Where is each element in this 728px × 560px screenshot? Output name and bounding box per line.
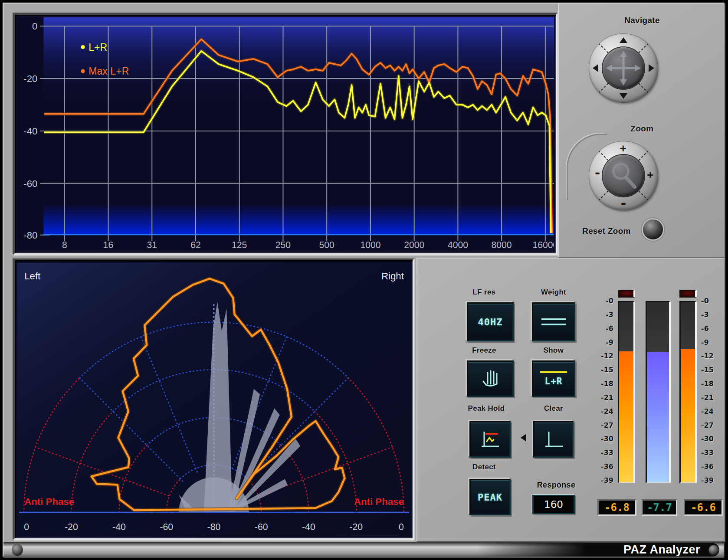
spectrum-top-glow xyxy=(43,17,554,109)
antiphase-right-label: Anti Phase xyxy=(354,496,404,507)
weight-button[interactable] xyxy=(532,302,575,341)
x-tick: 16000 xyxy=(532,240,554,250)
reset-zoom-button[interactable] xyxy=(643,219,663,239)
detect-button[interactable]: PEAK xyxy=(469,479,511,515)
meter-readout-value: -7.7 xyxy=(647,501,672,514)
navigate-right-arrow-icon[interactable] xyxy=(649,64,654,72)
meter-tick: -27 xyxy=(701,422,727,429)
spectrum-bottom-glow xyxy=(43,203,554,234)
meter-readout-mid: -7.7 xyxy=(642,499,677,516)
clip-lamp-right[interactable] xyxy=(679,290,697,298)
waves-menu-button[interactable] xyxy=(12,544,23,556)
meter-readout-value: -6.8 xyxy=(604,501,630,514)
controls-panel: LF res 40HZ Weight Freeze xyxy=(416,258,725,542)
navigate-down-arrow-icon[interactable] xyxy=(620,93,627,99)
response-value: 160 xyxy=(544,499,563,510)
y-tick: 0 xyxy=(32,21,37,32)
zoom-in-right-button[interactable]: + xyxy=(647,171,653,179)
meter-scale-left: -0-3 -6-9 -12-15 -18-21 -24-27 -30-33 -3… xyxy=(585,298,613,484)
zoom-out-bottom-button[interactable]: - xyxy=(620,200,627,207)
x-tick: 62 xyxy=(190,240,201,250)
meter-scale-right: -0-3 -6-9 -12-15 -18-21 -24-27 -30-33 -3… xyxy=(701,298,727,484)
legend-label-lr: L+R xyxy=(89,42,107,53)
navigate-ring-dividers xyxy=(589,34,658,102)
meter-tick: -30 xyxy=(701,436,727,442)
polar-scale-tick: -20 xyxy=(349,522,363,532)
polar-scale-tick: 0 xyxy=(24,522,29,532)
meter-tick: -18 xyxy=(585,380,613,387)
meter-tick: -36 xyxy=(701,463,727,470)
meter-tick: -12 xyxy=(701,353,727,360)
response-field[interactable]: 160 xyxy=(532,495,575,514)
y-tick: -20 xyxy=(23,73,37,84)
weight-lines-icon xyxy=(540,316,567,327)
polar-scale-tick: -60 xyxy=(255,522,268,532)
meter-tick: -33 xyxy=(585,449,613,456)
clip-lamp-left[interactable] xyxy=(618,290,635,298)
x-tick: 2000 xyxy=(404,240,424,250)
clear-button[interactable] xyxy=(533,421,574,458)
meter-tick: -6 xyxy=(585,325,613,332)
meter-fill xyxy=(681,349,695,482)
reset-zoom-label: Reset Zoom xyxy=(572,226,641,236)
legend-dot-lr xyxy=(81,45,85,49)
clear-pointer-icon xyxy=(521,434,526,442)
navigate-up-arrow-icon[interactable] xyxy=(620,37,627,43)
zoom-in-top-button[interactable]: + xyxy=(620,144,626,152)
meter-tick: -3 xyxy=(701,311,727,318)
brand-badge: PAZ Analyzer xyxy=(476,543,719,557)
meter-fill xyxy=(619,351,633,482)
navigate-knob[interactable] xyxy=(589,34,658,102)
meter-readout-value: -6.6 xyxy=(691,501,716,514)
polar-plot[interactable]: Left Right Anti Phase Anti Phase 0 -20 -… xyxy=(17,263,411,537)
zoom-knob[interactable]: + + - - xyxy=(589,141,658,210)
paz-analyzer-window: 0 -20 -40 -60 -80 8 16 31 62 125 250 500… xyxy=(0,0,728,560)
polar-scale-tick: -60 xyxy=(160,522,173,532)
meter-tick: -9 xyxy=(701,339,727,346)
meter-tick: -15 xyxy=(701,367,727,373)
navigate-left-arrow-icon[interactable] xyxy=(593,64,598,72)
lf-res-button[interactable]: 40HZ xyxy=(467,302,514,341)
meter-tick: -24 xyxy=(585,408,613,415)
spectrum-plot[interactable]: 0 -20 -40 -60 -80 8 16 31 62 125 250 500… xyxy=(17,17,554,251)
lf-res-value: 40HZ xyxy=(478,317,503,327)
meter-tick: -21 xyxy=(701,394,727,401)
meter-tick: -6 xyxy=(701,325,727,332)
meter-tick: -39 xyxy=(585,477,613,484)
polar-scale-tick: -20 xyxy=(65,522,78,532)
legend-label-maxlr: Max L+R xyxy=(89,65,129,77)
navigate-zoom-panel: Navigate xyxy=(558,3,725,258)
polar-panel: Left Right Anti Phase Anti Phase 0 -20 -… xyxy=(13,259,414,540)
y-tick: -40 xyxy=(23,126,37,137)
response-label: Response xyxy=(528,481,584,490)
corner-button[interactable] xyxy=(709,545,718,555)
peak-hold-label: Peak Hold xyxy=(458,404,515,413)
clear-label: Clear xyxy=(531,404,576,413)
meter-tick: -9 xyxy=(585,339,613,346)
meter-tick: -12 xyxy=(585,353,613,360)
meter-left xyxy=(618,301,635,483)
polar-left-label: Left xyxy=(24,271,41,282)
peak-hold-button[interactable] xyxy=(469,421,511,458)
zoom-label: Zoom xyxy=(599,124,685,134)
meter-tick: -15 xyxy=(585,367,613,373)
meter-tick: -24 xyxy=(701,408,727,415)
show-button[interactable]: L+R xyxy=(532,360,575,397)
x-tick: 4000 xyxy=(448,240,468,250)
antiphase-left-label: Anti Phase xyxy=(24,496,74,507)
zoom-out-left-button[interactable]: - xyxy=(594,169,601,177)
x-tick: 250 xyxy=(275,240,291,250)
freeze-button[interactable] xyxy=(467,360,514,397)
freeze-label: Freeze xyxy=(462,346,506,355)
x-tick: 125 xyxy=(232,240,247,250)
x-tick: 500 xyxy=(319,240,334,250)
peak-hold-icon xyxy=(480,430,501,449)
meter-tick: -39 xyxy=(701,477,727,484)
polar-scale-tick: -40 xyxy=(112,522,126,532)
polar-scale-tick: -80 xyxy=(207,522,221,532)
meter-readout-right: -6.6 xyxy=(684,499,723,516)
meter-right xyxy=(679,301,697,483)
meter-mid xyxy=(646,301,671,483)
window-chrome: 0 -20 -40 -60 -80 8 16 31 62 125 250 500… xyxy=(3,3,725,557)
polar-right-label: Right xyxy=(381,271,404,282)
